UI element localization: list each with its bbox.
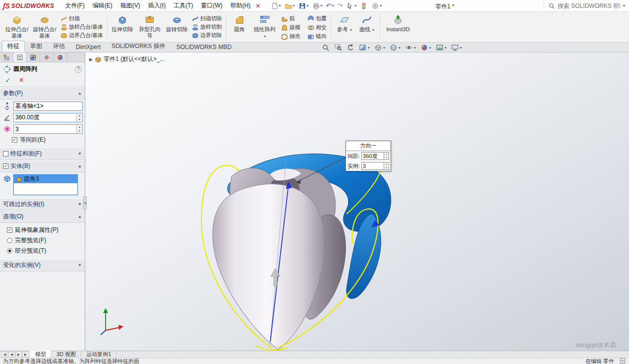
search-scope-dropdown-icon[interactable]: ▾ <box>623 3 625 8</box>
menu-window[interactable]: 窗口(W) <box>197 0 226 11</box>
reference-dropdown-icon[interactable]: ▾ <box>350 28 352 32</box>
angle-spinner[interactable]: ▲▼ <box>76 113 82 122</box>
linear-pattern-button[interactable]: 线性阵列 ▾ <box>251 13 279 41</box>
extruded-cut-button[interactable]: 拉伸切除 <box>110 13 135 41</box>
pattern-axis-field[interactable] <box>14 102 82 110</box>
menu-edit[interactable]: 编辑(E) <box>89 0 116 11</box>
flyout-tree-root-label[interactable]: 零件1 (默认<<默认>_... <box>104 55 165 63</box>
spin-up-icon[interactable]: ▲ <box>77 113 82 118</box>
flyout-feature-tree[interactable]: ▶ 零件1 (默认<<默认>_... <box>89 55 165 63</box>
tab-nav-next-button[interactable]: ▶ <box>15 352 22 357</box>
reference-geometry-button[interactable]: 参考 ▾ <box>334 13 355 41</box>
tab-sketch[interactable]: 草图 <box>25 41 48 52</box>
count-spinner[interactable]: ▲▼ <box>76 125 82 133</box>
tab-solidworks-addins[interactable]: SOLIDWORKS 插件 <box>106 41 171 52</box>
panel-splitter[interactable]: ◂ <box>83 196 87 209</box>
display-style-button[interactable]: ▾ <box>389 44 401 52</box>
mirror-button[interactable]: 镜向 <box>306 32 328 41</box>
select-button[interactable]: ▾ <box>345 1 357 10</box>
undo-button[interactable]: ↶▾ <box>325 1 335 10</box>
tab-configurationmanager[interactable] <box>27 52 40 62</box>
flyout-arrow-icon[interactable]: ▶ <box>89 57 93 62</box>
hole-wizard-button[interactable]: 异型孔向导 <box>136 13 164 41</box>
tab-nav-prev-button[interactable]: ◀ <box>8 352 15 357</box>
curves-button[interactable]: 曲线 ▾ <box>356 13 377 41</box>
swept-boss-button[interactable]: 扫描 <box>59 14 105 23</box>
tab-motion-study[interactable]: 运动算例1 <box>81 351 116 358</box>
zoom-fit-button[interactable] <box>321 44 330 52</box>
tab-dimxpert[interactable]: DimXpert <box>70 42 106 52</box>
features-faces-checkbox[interactable] <box>3 151 8 156</box>
tab-evaluate[interactable]: 评估 <box>48 41 70 52</box>
section-options[interactable]: 选项(O) ▲ <box>0 210 85 223</box>
section-parameters[interactable]: 参数(P) ▲ <box>0 87 85 100</box>
fillet-button[interactable]: 圆角 <box>229 13 250 41</box>
tab-dimxpertmanager[interactable] <box>40 52 54 62</box>
section-bodies[interactable]: ✓ 实体(B) ▲ <box>0 160 85 172</box>
open-document-button[interactable]: ▾ <box>284 1 296 10</box>
hide-show-items-button[interactable]: ▾ <box>404 44 416 52</box>
previous-view-button[interactable] <box>346 44 355 52</box>
tab-features[interactable]: 特征 <box>2 41 25 52</box>
tab-3d-views[interactable]: 3D 视图 <box>52 351 81 358</box>
view-settings-button[interactable]: ▾ <box>451 44 462 52</box>
shell-button[interactable]: 抽壳 <box>280 32 302 41</box>
rib-button[interactable]: 筋 <box>280 14 302 23</box>
callout-spacing-value[interactable]: 360度 <box>362 153 384 159</box>
tab-nav-first-button[interactable]: ◀ <box>1 352 8 357</box>
tab-featuremanager-tree[interactable] <box>0 52 13 62</box>
revolve-boss-button[interactable]: 旋转凸台/基体 <box>31 13 58 41</box>
spin-down-icon[interactable]: ▼ <box>77 118 82 122</box>
lofted-cut-button[interactable]: 放样切割 <box>190 23 224 31</box>
print-button[interactable]: ▾ <box>311 1 324 10</box>
tab-displaymanager[interactable] <box>54 52 67 62</box>
apply-scene-button[interactable]: ▾ <box>435 44 447 52</box>
draft-button[interactable]: 拔模 <box>280 23 302 32</box>
model-canvas[interactable] <box>85 52 629 351</box>
instant3d-button[interactable]: Instant3D <box>383 13 413 41</box>
bodies-list-item[interactable]: 圆角3 <box>14 175 77 183</box>
pattern-angle-field[interactable] <box>14 113 76 122</box>
section-features-faces[interactable]: 特征和面(F) ▼ <box>0 148 85 160</box>
loft-boss-button[interactable]: 放样凸台/基体 <box>59 23 105 31</box>
redo-button[interactable]: ↷ <box>337 1 344 10</box>
new-document-button[interactable]: ▾ <box>270 1 282 10</box>
swept-cut-button[interactable]: 扫描切除 <box>190 14 224 23</box>
menu-insert[interactable]: 插入(I) <box>144 0 170 11</box>
help-icon[interactable]: ? <box>75 66 82 73</box>
callout-spacing-field[interactable]: 360度 ▲▼ <box>361 152 389 160</box>
tab-nav-last-button[interactable]: ▶ <box>22 352 29 357</box>
callout-instance-value[interactable]: 3 <box>362 162 384 169</box>
tab-model[interactable]: 模型 <box>30 351 52 358</box>
menu-tools[interactable]: 工具(T) <box>170 0 197 11</box>
bodies-selection-list[interactable]: 圆角3 <box>13 174 78 195</box>
linear-pattern-dropdown-icon[interactable]: ▾ <box>264 34 266 39</box>
wrap-button[interactable]: 包覆 <box>306 14 328 23</box>
extrude-boss-button[interactable]: 拉伸凸台/基体 <box>3 13 30 41</box>
rebuild-button[interactable] <box>359 1 369 10</box>
section-view-button[interactable]: ▾ <box>358 44 370 52</box>
menu-help[interactable]: 帮助(H) <box>227 0 255 11</box>
full-preview-radio[interactable] <box>7 238 12 243</box>
custom-properties-icon[interactable] <box>619 358 626 364</box>
ok-button[interactable]: ✓ <box>5 76 11 84</box>
view-orientation-button[interactable]: ▾ <box>374 44 386 52</box>
tab-solidworks-mbd[interactable]: SOLIDWORKS MBD <box>171 42 237 52</box>
menu-file[interactable]: 文件(F) <box>61 0 88 11</box>
boundary-cut-button[interactable]: 边界切除 <box>190 31 224 40</box>
zoom-area-button[interactable] <box>334 44 343 52</box>
callout-instance-spinner[interactable]: ▲▼ <box>384 162 389 169</box>
menu-view[interactable]: 视图(V) <box>116 0 144 11</box>
boundary-boss-button[interactable]: 边界凸台/基体 <box>59 31 105 40</box>
revolved-cut-button[interactable]: 旋转切除 <box>165 13 189 41</box>
intersect-button[interactable]: 相交 <box>306 23 328 32</box>
spin-down-icon[interactable]: ▼ <box>77 129 82 134</box>
spin-up-icon[interactable]: ▲ <box>77 125 82 129</box>
model-main-cup[interactable] <box>213 184 324 350</box>
propagate-visual-properties-checkbox[interactable]: ✓ <box>7 227 12 233</box>
section-varying-instances[interactable]: 变化的实例(V) ▼ <box>0 259 85 271</box>
graphics-viewport[interactable]: ▶ 零件1 (默认<<默认>_... 方向一 间距: 360度 ▲▼ 实例: 3… <box>85 52 629 351</box>
search-input[interactable] <box>558 2 620 9</box>
save-button[interactable]: ▾ <box>297 1 310 10</box>
edit-appearance-button[interactable]: ▾ <box>420 44 432 52</box>
